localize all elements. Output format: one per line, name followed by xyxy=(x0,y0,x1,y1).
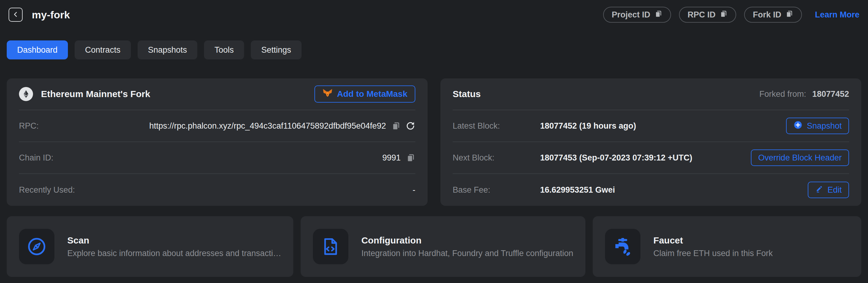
fork-id-label: Fork ID xyxy=(753,10,781,20)
copy-chain-id-button[interactable] xyxy=(406,153,415,162)
next-block-row: Next Block: 18077453 (Sep-07-2023 07:39:… xyxy=(453,142,849,174)
fork-card-header: Ethereum Mainnet's Fork Add to MetaMask xyxy=(19,78,415,110)
copy-icon xyxy=(785,10,794,20)
snapshot-button[interactable]: Snapshot xyxy=(786,118,849,134)
tab-snapshots[interactable]: Snapshots xyxy=(137,40,197,59)
fork-card-title: Ethereum Mainnet's Fork xyxy=(41,89,150,99)
refresh-icon xyxy=(406,121,415,131)
feature-title-scan: Scan xyxy=(67,235,281,246)
copy-icon xyxy=(720,10,727,20)
page-title: my-fork xyxy=(32,9,70,21)
override-block-header-label: Override Block Header xyxy=(758,153,842,163)
chevron-left-icon xyxy=(12,11,19,19)
feature-text: Configuration Integration into Hardhat, … xyxy=(361,235,573,258)
add-to-metamask-label: Add to MetaMask xyxy=(337,89,407,99)
tab-tools[interactable]: Tools xyxy=(204,40,244,59)
copy-icon xyxy=(406,153,415,162)
chain-id-row: Chain ID: 9991 xyxy=(19,142,415,174)
feature-title-configuration: Configuration xyxy=(361,235,573,246)
fork-id-pill[interactable]: Fork ID xyxy=(744,7,802,23)
code-file-icon xyxy=(313,229,348,264)
faucet-icon xyxy=(605,229,641,264)
ethereum-icon xyxy=(19,87,33,101)
compass-icon xyxy=(19,229,55,264)
status-card-title: Status xyxy=(453,89,481,99)
chain-id-value: 9991 xyxy=(382,153,401,163)
tab-settings[interactable]: Settings xyxy=(251,40,302,59)
metamask-fox-icon xyxy=(322,88,333,101)
feature-desc-scan: Explore basic information about addresse… xyxy=(67,249,281,258)
back-button[interactable] xyxy=(8,8,23,22)
main-cards: Ethereum Mainnet's Fork Add to MetaMask … xyxy=(7,78,861,206)
feature-text: Faucet Claim free ETH used in this Fork xyxy=(653,235,773,258)
rpc-label: RPC: xyxy=(19,121,39,131)
edit-button-label: Edit xyxy=(827,185,842,195)
copy-rpc-button[interactable] xyxy=(392,121,401,131)
refresh-rpc-button[interactable] xyxy=(406,121,415,131)
topbar-actions: Project ID RPC ID Fork ID Learn More xyxy=(603,7,860,23)
latest-block-row: Latest Block: 18077452 (19 hours ago) Sn… xyxy=(453,110,849,142)
rpc-id-pill[interactable]: RPC ID xyxy=(679,7,737,23)
latest-block-value: 18077452 (19 hours ago) xyxy=(540,121,636,131)
plus-circle-icon xyxy=(794,120,803,132)
next-block-label: Next Block: xyxy=(453,153,540,163)
fork-card: Ethereum Mainnet's Fork Add to MetaMask … xyxy=(7,78,428,206)
feature-card-faucet[interactable]: Faucet Claim free ETH used in this Fork xyxy=(593,216,861,277)
tab-bar: Dashboard Contracts Snapshots Tools Sett… xyxy=(7,40,868,59)
copy-icon xyxy=(654,10,662,20)
recently-used-value: - xyxy=(412,185,415,195)
feature-text: Scan Explore basic information about add… xyxy=(67,235,281,258)
forked-from: Forked from: 18077452 xyxy=(760,89,849,99)
tab-contracts[interactable]: Contracts xyxy=(74,40,131,59)
feature-desc-configuration: Integration into Hardhat, Foundry and Tr… xyxy=(361,249,573,258)
feature-cards: Scan Explore basic information about add… xyxy=(7,216,861,277)
topbar: my-fork Project ID RPC ID Fork ID Learn … xyxy=(0,0,868,23)
forked-from-value: 18077452 xyxy=(812,89,849,99)
learn-more-link[interactable]: Learn More xyxy=(815,10,860,20)
feature-desc-faucet: Claim free ETH used in this Fork xyxy=(653,249,773,258)
chain-id-label: Chain ID: xyxy=(19,153,54,163)
base-fee-row: Base Fee: 16.629953251 Gwei Edit xyxy=(453,174,849,206)
pencil-icon xyxy=(815,185,823,195)
rpc-row: RPC: https://rpc.phalcon.xyz/rpc_494c3ca… xyxy=(19,110,415,142)
feature-card-configuration[interactable]: Configuration Integration into Hardhat, … xyxy=(301,216,585,277)
recently-used-label: Recently Used: xyxy=(19,185,75,195)
rpc-value: https://rpc.phalcon.xyz/rpc_494c3caf1106… xyxy=(149,121,386,131)
feature-title-faucet: Faucet xyxy=(653,235,773,246)
add-to-metamask-button[interactable]: Add to MetaMask xyxy=(314,85,415,103)
edit-base-fee-button[interactable]: Edit xyxy=(808,181,849,198)
status-card: Status Forked from: 18077452 Latest Bloc… xyxy=(440,78,861,206)
copy-icon xyxy=(392,121,401,131)
forked-from-label: Forked from: xyxy=(760,89,806,99)
tab-dashboard[interactable]: Dashboard xyxy=(7,40,68,59)
base-fee-label: Base Fee: xyxy=(453,185,540,195)
override-block-header-button[interactable]: Override Block Header xyxy=(751,149,849,166)
feature-card-scan[interactable]: Scan Explore basic information about add… xyxy=(7,216,293,277)
project-id-pill[interactable]: Project ID xyxy=(603,7,671,23)
next-block-value: 18077453 (Sep-07-2023 07:39:12 +UTC) xyxy=(540,153,692,163)
project-id-label: Project ID xyxy=(612,10,650,20)
status-card-header: Status Forked from: 18077452 xyxy=(453,78,849,110)
rpc-id-label: RPC ID xyxy=(687,10,716,20)
latest-block-label: Latest Block: xyxy=(453,121,540,131)
recently-used-row: Recently Used: - xyxy=(19,174,415,206)
snapshot-button-label: Snapshot xyxy=(807,121,842,131)
base-fee-value: 16.629953251 Gwei xyxy=(540,185,615,195)
